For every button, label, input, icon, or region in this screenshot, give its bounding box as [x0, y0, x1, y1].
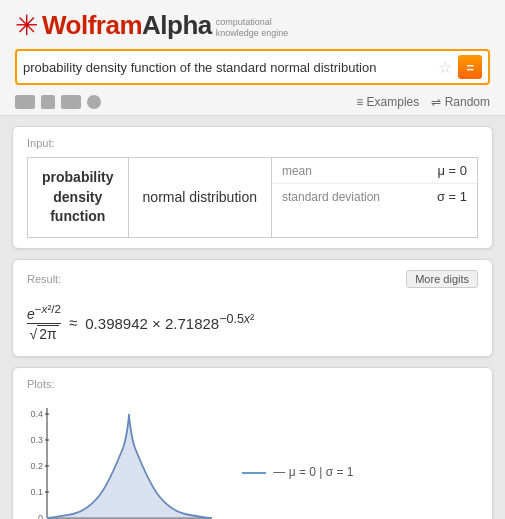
logo-tagline: computational knowledge engine — [216, 17, 289, 39]
toolbar-left — [15, 95, 101, 109]
logo-alpha: Alpha — [142, 10, 212, 40]
logo-wolfram: Wolfram — [42, 10, 142, 40]
favorite-icon[interactable]: ☆ — [438, 58, 452, 77]
mean-value: μ = 0 — [437, 163, 467, 178]
stddev-value: σ = 1 — [437, 189, 467, 204]
examples-link[interactable]: ≡ Examples — [356, 95, 419, 109]
main-content: Input: probability density function norm… — [0, 116, 505, 519]
random-link[interactable]: ⇌ Random — [431, 95, 490, 109]
logo-star-icon: ✳ — [15, 12, 38, 40]
plots-card: Plots: 0 0.1 0.2 0.3 0.4 — [12, 367, 493, 519]
toolbar: ≡ Examples ⇌ Random — [15, 91, 490, 115]
search-input[interactable] — [23, 60, 438, 75]
search-go-button[interactable]: = — [458, 55, 482, 79]
numerator: e−x²/2 — [27, 302, 61, 325]
legend-line-icon — [242, 472, 266, 474]
result-label: Result: — [27, 273, 61, 285]
result-header: Result: More digits — [27, 270, 478, 288]
toolbar-icon-3[interactable] — [61, 95, 81, 109]
plot-svg: 0 0.1 0.2 0.3 0.4 -3 -2 -1 0 1 2 3 — [27, 398, 222, 519]
fraction: e−x²/2 √2π — [27, 302, 61, 343]
plot-area: 0 0.1 0.2 0.3 0.4 -3 -2 -1 0 1 2 3 — [27, 398, 478, 519]
toolbar-icon-2[interactable] — [41, 95, 55, 109]
svg-text:0.1: 0.1 — [30, 487, 43, 497]
properties-cell: mean μ = 0 standard deviation σ = 1 — [272, 157, 478, 238]
toolbar-icon-4[interactable] — [87, 95, 101, 109]
logo-area: ✳ WolframAlpha computational knowledge e… — [15, 10, 490, 41]
legend-area: — μ = 0 | σ = 1 — [242, 465, 353, 479]
chart-container: 0 0.1 0.2 0.3 0.4 -3 -2 -1 0 1 2 3 — [27, 398, 222, 519]
toolbar-right: ≡ Examples ⇌ Random — [356, 95, 490, 109]
formula: e−x²/2 √2π ≈ 0.398942 × 2.71828−0.5x² — [27, 298, 478, 347]
formula-numeric: 0.398942 × 2.71828−0.5x² — [85, 312, 254, 332]
result-card: Result: More digits e−x²/2 √2π ≈ 0.39894… — [12, 259, 493, 358]
input-table: probability density function normal dist… — [27, 157, 478, 238]
input-card: Input: probability density function norm… — [12, 126, 493, 249]
toolbar-icon-1[interactable] — [15, 95, 35, 109]
pdf-term: probability density function — [27, 157, 129, 238]
logo-text: WolframAlpha — [42, 10, 212, 41]
denominator: √2π — [29, 324, 58, 342]
mean-label: mean — [282, 164, 438, 178]
stddev-label: standard deviation — [282, 190, 437, 204]
mean-row: mean μ = 0 — [272, 158, 477, 184]
plots-label: Plots: — [27, 378, 478, 390]
search-bar: ☆ = — [15, 49, 490, 85]
input-label: Input: — [27, 137, 478, 149]
legend-text: — μ = 0 | σ = 1 — [273, 465, 353, 479]
stddev-row: standard deviation σ = 1 — [272, 184, 477, 209]
header: ✳ WolframAlpha computational knowledge e… — [0, 0, 505, 116]
svg-text:0.4: 0.4 — [30, 409, 43, 419]
svg-text:0.3: 0.3 — [30, 435, 43, 445]
more-digits-button[interactable]: More digits — [406, 270, 478, 288]
approx-symbol: ≈ — [69, 314, 77, 331]
distribution-term: normal distribution — [129, 157, 272, 238]
svg-text:0: 0 — [38, 513, 43, 519]
svg-text:0.2: 0.2 — [30, 461, 43, 471]
